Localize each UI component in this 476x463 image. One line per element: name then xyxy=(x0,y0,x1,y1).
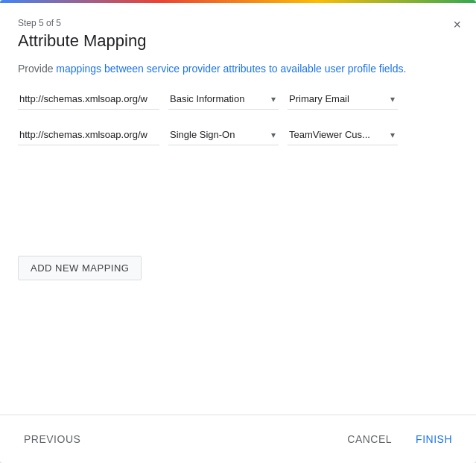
category-select-1[interactable]: Basic Information Single Sign-On xyxy=(168,89,279,109)
dialog-title: Attribute Mapping xyxy=(18,31,458,51)
close-button[interactable]: × xyxy=(450,15,464,34)
footer-right: CANCEL FINISH xyxy=(341,427,458,451)
add-new-mapping-button[interactable]: ADD NEW MAPPING xyxy=(18,256,142,280)
category-select-wrapper-1: Basic Information Single Sign-On ▾ xyxy=(168,89,279,110)
url-input-1[interactable] xyxy=(18,89,159,110)
cancel-button[interactable]: CANCEL xyxy=(341,427,398,451)
mapping-row: Basic Information Single Sign-On ▾ TeamV… xyxy=(18,125,458,148)
field-select-wrapper-1: Primary Email First Name Last Name ▾ xyxy=(288,89,398,110)
attribute-mapping-dialog: Step 5 of 5 Attribute Mapping × Provide … xyxy=(0,0,476,463)
url-input-2[interactable] xyxy=(18,125,159,145)
field-select-wrapper-2: TeamViewer Cus... Primary Email ▾ xyxy=(288,125,398,145)
dialog-header: Step 5 of 5 Attribute Mapping × xyxy=(0,3,476,61)
previous-button[interactable]: PREVIOUS xyxy=(18,427,86,451)
dialog-footer: PREVIOUS CANCEL FINISH xyxy=(0,415,476,463)
description-after: . xyxy=(404,63,407,75)
field-select-2[interactable]: TeamViewer Cus... Primary Email xyxy=(288,125,398,145)
finish-button[interactable]: FINISH xyxy=(410,427,458,451)
field-select-1[interactable]: Primary Email First Name Last Name xyxy=(288,89,398,109)
category-select-2[interactable]: Basic Information Single Sign-On xyxy=(168,125,279,145)
mapping-row: Basic Information Single Sign-On ▾ Prima… xyxy=(18,89,458,113)
description-text: Provide mappings between service provide… xyxy=(0,61,476,89)
description-before: Provide xyxy=(18,63,56,75)
category-select-wrapper-2: Basic Information Single Sign-On ▾ xyxy=(168,125,279,145)
dialog-body: Basic Information Single Sign-On ▾ Prima… xyxy=(0,89,476,415)
step-label: Step 5 of 5 xyxy=(18,18,458,28)
description-link: mappings between service provider attrib… xyxy=(56,63,403,75)
footer-left: PREVIOUS xyxy=(18,427,86,451)
